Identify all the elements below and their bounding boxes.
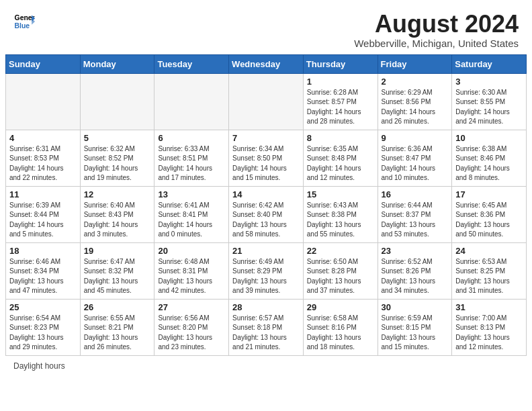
day-info: Sunrise: 6:44 AM Sunset: 8:37 PM Dayligh… — [382, 201, 449, 240]
calendar-cell: 20Sunrise: 6:48 AM Sunset: 8:31 PM Dayli… — [154, 242, 229, 299]
day-number: 16 — [382, 189, 449, 199]
calendar-cell: 14Sunrise: 6:42 AM Sunset: 8:40 PM Dayli… — [229, 186, 304, 242]
day-info: Sunrise: 6:53 AM Sunset: 8:25 PM Dayligh… — [455, 257, 523, 296]
day-info: Sunrise: 6:31 AM Sunset: 8:53 PM Dayligh… — [9, 144, 77, 183]
calendar-cell: 19Sunrise: 6:47 AM Sunset: 8:32 PM Dayli… — [80, 242, 154, 299]
calendar-week-3: 11Sunrise: 6:39 AM Sunset: 8:44 PM Dayli… — [6, 186, 527, 242]
day-info: Sunrise: 6:40 AM Sunset: 8:43 PM Dayligh… — [84, 201, 151, 240]
month-year-title: August 2024 — [354, 11, 519, 38]
day-info: Sunrise: 6:52 AM Sunset: 8:26 PM Dayligh… — [382, 257, 449, 296]
calendar-cell: 18Sunrise: 6:46 AM Sunset: 8:34 PM Dayli… — [6, 242, 81, 299]
calendar-cell: 15Sunrise: 6:43 AM Sunset: 8:38 PM Dayli… — [303, 186, 378, 242]
day-info: Sunrise: 6:50 AM Sunset: 8:28 PM Dayligh… — [307, 257, 374, 296]
day-number: 26 — [84, 302, 151, 312]
day-number: 6 — [158, 133, 225, 143]
calendar-cell: 26Sunrise: 6:55 AM Sunset: 8:21 PM Dayli… — [80, 299, 154, 355]
calendar-cell — [80, 73, 154, 130]
calendar-cell — [229, 73, 304, 130]
day-number: 8 — [307, 133, 374, 143]
day-info: Sunrise: 6:57 AM Sunset: 8:18 PM Dayligh… — [232, 314, 300, 353]
day-number: 19 — [84, 246, 151, 256]
day-info: Sunrise: 6:30 AM Sunset: 8:55 PM Dayligh… — [455, 88, 523, 127]
calendar-header: SundayMondayTuesdayWednesdayThursdayFrid… — [6, 54, 527, 73]
day-number: 22 — [307, 246, 374, 256]
calendar-cell: 17Sunrise: 6:45 AM Sunset: 8:36 PM Dayli… — [452, 186, 527, 242]
day-number: 29 — [307, 302, 374, 312]
day-number: 15 — [307, 189, 374, 199]
calendar-cell: 25Sunrise: 6:54 AM Sunset: 8:23 PM Dayli… — [6, 299, 81, 355]
calendar-body: 1Sunrise: 6:28 AM Sunset: 8:57 PM Daylig… — [6, 73, 527, 355]
calendar-cell: 2Sunrise: 6:29 AM Sunset: 8:56 PM Daylig… — [378, 73, 452, 130]
weekday-header-monday: Monday — [80, 54, 154, 73]
day-info: Sunrise: 6:34 AM Sunset: 8:50 PM Dayligh… — [232, 144, 300, 183]
calendar-cell: 27Sunrise: 6:56 AM Sunset: 8:20 PM Dayli… — [154, 299, 229, 355]
calendar-cell: 5Sunrise: 6:32 AM Sunset: 8:52 PM Daylig… — [80, 130, 154, 186]
day-info: Sunrise: 6:28 AM Sunset: 8:57 PM Dayligh… — [307, 88, 374, 127]
calendar-week-1: 1Sunrise: 6:28 AM Sunset: 8:57 PM Daylig… — [6, 73, 527, 130]
day-number: 31 — [455, 302, 523, 312]
day-info: Sunrise: 6:48 AM Sunset: 8:31 PM Dayligh… — [158, 257, 225, 296]
day-number: 13 — [158, 189, 225, 199]
day-info: Sunrise: 6:32 AM Sunset: 8:52 PM Dayligh… — [84, 144, 151, 183]
calendar-cell: 12Sunrise: 6:40 AM Sunset: 8:43 PM Dayli… — [80, 186, 154, 242]
day-info: Sunrise: 6:58 AM Sunset: 8:16 PM Dayligh… — [307, 314, 374, 353]
calendar-cell: 8Sunrise: 6:35 AM Sunset: 8:48 PM Daylig… — [303, 130, 378, 186]
day-number: 14 — [232, 189, 300, 199]
day-number: 11 — [9, 189, 77, 199]
day-number: 20 — [158, 246, 225, 256]
calendar-cell: 11Sunrise: 6:39 AM Sunset: 8:44 PM Dayli… — [6, 186, 81, 242]
day-info: Sunrise: 6:29 AM Sunset: 8:56 PM Dayligh… — [382, 88, 449, 127]
calendar-week-4: 18Sunrise: 6:46 AM Sunset: 8:34 PM Dayli… — [6, 242, 527, 299]
weekday-header-saturday: Saturday — [452, 54, 527, 73]
day-info: Sunrise: 6:45 AM Sunset: 8:36 PM Dayligh… — [455, 201, 523, 240]
weekday-header-tuesday: Tuesday — [154, 54, 229, 73]
day-number: 17 — [455, 189, 523, 199]
day-info: Sunrise: 6:38 AM Sunset: 8:46 PM Dayligh… — [455, 144, 523, 183]
calendar-cell: 22Sunrise: 6:50 AM Sunset: 8:28 PM Dayli… — [303, 242, 378, 299]
calendar-cell: 4Sunrise: 6:31 AM Sunset: 8:53 PM Daylig… — [6, 130, 81, 186]
calendar-cell: 28Sunrise: 6:57 AM Sunset: 8:18 PM Dayli… — [229, 299, 304, 355]
footer: Daylight hours — [0, 356, 532, 373]
day-info: Sunrise: 6:49 AM Sunset: 8:29 PM Dayligh… — [232, 257, 300, 296]
day-number: 9 — [382, 133, 449, 143]
weekday-header-wednesday: Wednesday — [229, 54, 304, 73]
page-container: General Blue August 2024 Webberville, Mi… — [0, 0, 532, 373]
day-number: 3 — [455, 77, 523, 87]
calendar-week-5: 25Sunrise: 6:54 AM Sunset: 8:23 PM Dayli… — [6, 299, 527, 355]
location-label: Webberville, Michigan, United States — [354, 38, 519, 49]
day-number: 25 — [9, 302, 77, 312]
day-number: 5 — [84, 133, 151, 143]
logo: General Blue — [13, 11, 35, 32]
day-number: 23 — [382, 246, 449, 256]
header: General Blue August 2024 Webberville, Mi… — [0, 0, 532, 54]
day-number: 12 — [84, 189, 151, 199]
day-number: 4 — [9, 133, 77, 143]
day-info: Sunrise: 6:55 AM Sunset: 8:21 PM Dayligh… — [84, 314, 151, 353]
weekday-header-sunday: Sunday — [6, 54, 81, 73]
day-number: 18 — [9, 246, 77, 256]
calendar-cell: 30Sunrise: 6:59 AM Sunset: 8:15 PM Dayli… — [378, 299, 452, 355]
day-info: Sunrise: 6:33 AM Sunset: 8:51 PM Dayligh… — [158, 144, 225, 183]
calendar-cell: 9Sunrise: 6:36 AM Sunset: 8:47 PM Daylig… — [378, 130, 452, 186]
logo-icon: General Blue — [13, 11, 35, 32]
day-info: Sunrise: 6:36 AM Sunset: 8:47 PM Dayligh… — [382, 144, 449, 183]
calendar-cell: 1Sunrise: 6:28 AM Sunset: 8:57 PM Daylig… — [303, 73, 378, 130]
day-info: Sunrise: 6:56 AM Sunset: 8:20 PM Dayligh… — [158, 314, 225, 353]
calendar-cell: 29Sunrise: 6:58 AM Sunset: 8:16 PM Dayli… — [303, 299, 378, 355]
day-info: Sunrise: 6:46 AM Sunset: 8:34 PM Dayligh… — [9, 257, 77, 296]
day-info: Sunrise: 6:54 AM Sunset: 8:23 PM Dayligh… — [9, 314, 77, 353]
weekday-header-friday: Friday — [378, 54, 452, 73]
calendar-cell — [154, 73, 229, 130]
calendar-cell: 31Sunrise: 7:00 AM Sunset: 8:13 PM Dayli… — [452, 299, 527, 355]
day-info: Sunrise: 6:43 AM Sunset: 8:38 PM Dayligh… — [307, 201, 374, 240]
title-block: August 2024 Webberville, Michigan, Unite… — [354, 11, 519, 49]
weekday-header-thursday: Thursday — [303, 54, 378, 73]
day-info: Sunrise: 6:59 AM Sunset: 8:15 PM Dayligh… — [382, 314, 449, 353]
daylight-label: Daylight hours — [13, 361, 65, 371]
day-info: Sunrise: 6:35 AM Sunset: 8:48 PM Dayligh… — [307, 144, 374, 183]
day-number: 21 — [232, 246, 300, 256]
calendar-week-2: 4Sunrise: 6:31 AM Sunset: 8:53 PM Daylig… — [6, 130, 527, 186]
day-number: 7 — [232, 133, 300, 143]
calendar-cell: 23Sunrise: 6:52 AM Sunset: 8:26 PM Dayli… — [378, 242, 452, 299]
calendar-cell: 3Sunrise: 6:30 AM Sunset: 8:55 PM Daylig… — [452, 73, 527, 130]
